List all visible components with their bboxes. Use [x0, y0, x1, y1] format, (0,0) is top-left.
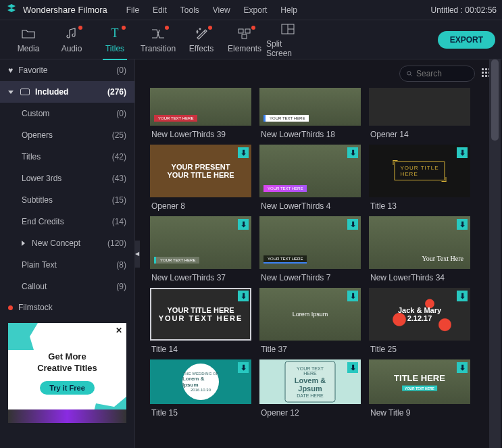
notification-dot-icon [122, 26, 126, 30]
project-status: Untitled : 00:02:56 [431, 5, 497, 15]
download-icon[interactable]: ⬇ [238, 219, 249, 230]
tab-transition[interactable]: Transition [136, 24, 180, 56]
menu-file[interactable]: File [126, 5, 139, 15]
promo-decor [8, 323, 42, 350]
svg-point-6 [407, 72, 411, 75]
sidebar-item-endcredits[interactable]: End Credits(14) [0, 211, 134, 232]
title-card[interactable]: ⬇Lorem IpsumTitle 37 [259, 288, 361, 355]
chevron-right-icon [22, 241, 25, 246]
search-bar [135, 59, 502, 88]
sidebar-included[interactable]: Included (276) [0, 81, 134, 103]
transition-icon [151, 26, 165, 41]
promo-cta-button[interactable]: Try it Free [40, 381, 95, 395]
chevron-down-icon [8, 91, 14, 94]
svg-rect-0 [239, 29, 243, 33]
heart-icon: ♥ [8, 66, 13, 75]
sidebar-item-custom[interactable]: Custom(0) [0, 103, 134, 124]
app-logo-icon [5, 4, 18, 16]
titlebar: Wondershare Filmora File Edit Tools View… [0, 0, 502, 20]
title-card[interactable]: YOUR TEXT HERENew LowerThirds 39 [150, 88, 251, 141]
status-dot-icon [8, 305, 13, 310]
download-icon[interactable]: ⬇ [457, 362, 468, 373]
sidebar-item-lower3rds[interactable]: Lower 3rds(43) [0, 168, 134, 189]
promo-panel: ✕ Get MoreCreative Titles Try it Free [8, 323, 126, 423]
download-icon[interactable]: ⬇ [347, 291, 358, 301]
sidebar-item-titles[interactable]: Titles(42) [0, 146, 134, 168]
svg-rect-2 [242, 34, 247, 39]
search-icon [407, 70, 412, 78]
download-icon[interactable]: ⬇ [238, 147, 249, 158]
title-card[interactable]: ⬇YOUR TITLE HERETitle 13 [369, 145, 470, 212]
title-card[interactable]: Opener 14 [369, 88, 470, 141]
elements-icon [238, 26, 251, 41]
text-icon: T [111, 26, 119, 41]
main-menu: File Edit Tools View Export Help [126, 5, 297, 15]
collapse-sidebar-button[interactable]: ◀ [135, 241, 140, 268]
split-screen-icon [281, 22, 295, 36]
sidebar-item-newconcept[interactable]: New Concept(120) [0, 232, 134, 254]
tab-effects[interactable]: Effects [180, 24, 223, 56]
title-card[interactable]: ⬇YOUR TITLE HEREYOUR TEXT HERETitle 14 [150, 288, 251, 355]
download-icon[interactable]: ⬇ [238, 291, 249, 301]
tab-elements[interactable]: Elements [223, 24, 266, 56]
music-icon [66, 26, 78, 41]
download-icon[interactable]: ⬇ [347, 219, 358, 230]
sidebar: ♥Favorite (0) Included (276) Custom(0) O… [0, 59, 135, 448]
menu-tools[interactable]: Tools [180, 5, 199, 15]
title-card[interactable]: ⬇YOUR TEXT HERENew LowerThirds 37 [150, 216, 251, 284]
sidebar-item-openers[interactable]: Openers(25) [0, 124, 134, 146]
tab-audio[interactable]: Audio [50, 24, 93, 56]
menu-view[interactable]: View [213, 5, 230, 15]
notification-dot-icon [251, 26, 255, 30]
main-panel: ◀ YOUR TEXT HERENew LowerThirds 39 YOUR … [135, 59, 502, 448]
title-card[interactable]: ⬇YOUR PRESENTYOUR TITLE HEREOpener 8 [150, 145, 251, 212]
menu-edit[interactable]: Edit [153, 5, 167, 15]
download-icon[interactable]: ⬇ [238, 362, 249, 373]
sidebar-item-plaintext[interactable]: Plain Text(8) [0, 254, 134, 276]
title-card[interactable]: ⬇Your Text HereNew LowerThirds 34 [369, 216, 470, 284]
badge: THE WEDDING OFLorem & Ipsum2016.10.30 [182, 364, 219, 400]
export-button[interactable]: EXPORT [438, 31, 495, 49]
notification-dot-icon [78, 26, 82, 30]
app-name: Wondershare Filmora [23, 5, 107, 15]
plate: YOUR TEXT HERELovem & JpsumDATE HERE [285, 362, 336, 403]
tab-split-screen[interactable]: Split Screen [266, 19, 309, 61]
title-card[interactable]: ⬇TITLE HEREYOUR TEXT HERENew Title 9 [369, 359, 470, 419]
title-card[interactable]: ⬇Jack & Mary2.12.17Title 25 [369, 288, 470, 355]
promo-decor [8, 409, 126, 423]
download-icon[interactable]: ⬇ [347, 147, 358, 158]
download-icon[interactable]: ⬇ [457, 291, 468, 301]
notification-dot-icon [208, 26, 212, 30]
close-icon[interactable]: ✕ [116, 326, 122, 335]
menu-help[interactable]: Help [280, 5, 297, 15]
svg-line-7 [410, 74, 411, 76]
title-card[interactable]: ⬇YOUR TEXT HERENew LowerThirds 4 [259, 145, 361, 212]
folder-icon [22, 26, 35, 41]
download-icon[interactable]: ⬇ [347, 362, 358, 373]
sidebar-item-callout[interactable]: Callout(9) [0, 276, 134, 297]
scrollbar-thumb[interactable] [491, 59, 499, 141]
toolbar: Media Audio TTitles Transition Effects E… [0, 20, 502, 59]
search-input[interactable] [416, 69, 468, 78]
title-card[interactable]: ⬇YOUR TEXT HERELovem & JpsumDATE HEREOpe… [259, 359, 361, 419]
menu-export[interactable]: Export [244, 5, 268, 15]
title-card[interactable]: ⬇YOUR TEXT HERENew LowerThirds 7 [259, 216, 361, 284]
notification-dot-icon [165, 26, 169, 30]
tab-titles[interactable]: TTitles [93, 24, 136, 56]
sidebar-item-subtitles[interactable]: Subtitles(15) [0, 189, 134, 211]
effects-icon [195, 26, 207, 41]
sidebar-filmstock[interactable]: Filmstock [0, 297, 134, 318]
tab-media[interactable]: Media [7, 24, 50, 56]
title-card[interactable]: ⬇THE WEDDING OFLorem & Ipsum2016.10.30Ti… [150, 359, 251, 419]
download-icon[interactable]: ⬇ [457, 147, 468, 158]
download-icon[interactable]: ⬇ [457, 219, 468, 230]
title-card[interactable]: YOUR TEXT HERENew LowerThirds 18 [259, 88, 361, 141]
folder-icon [20, 89, 30, 95]
promo-text: Get MoreCreative Titles [37, 351, 97, 374]
svg-rect-1 [245, 29, 250, 33]
sidebar-favorite[interactable]: ♥Favorite (0) [0, 59, 134, 81]
search-box[interactable] [399, 66, 475, 82]
titles-grid: YOUR TEXT HERENew LowerThirds 39 YOUR TE… [135, 88, 502, 448]
scrollbar[interactable] [489, 59, 501, 448]
